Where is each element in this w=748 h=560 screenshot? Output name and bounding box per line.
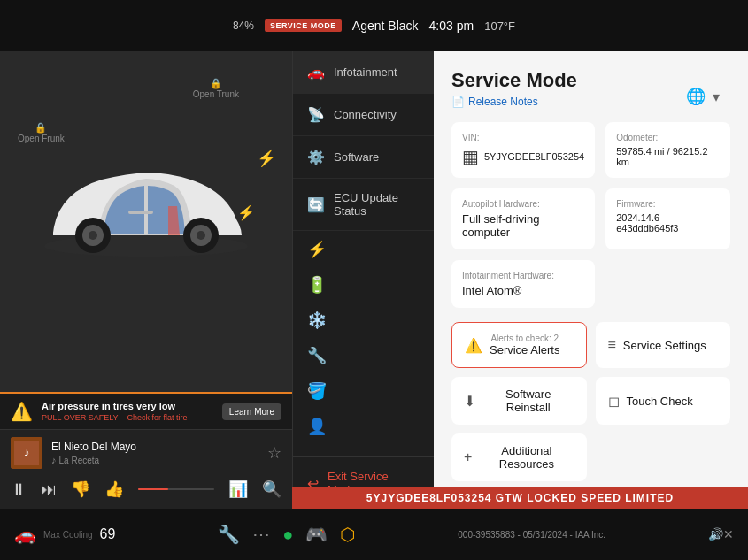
- firmware-label: Firmware:: [616, 199, 720, 209]
- vin-card: VIN: ▦ 5YJYGDEE8LF053254: [451, 122, 595, 178]
- progress-fill: [138, 488, 168, 490]
- autopilot-value: Full self-driving computer: [462, 212, 584, 239]
- chevron-down-icon[interactable]: ▾: [713, 88, 720, 105]
- play-pause-button[interactable]: ⏸: [11, 480, 27, 499]
- car-icon: 🚗: [14, 524, 36, 545]
- song-title: El Nieto Del Mayo: [51, 441, 258, 453]
- tools-icon[interactable]: 🔧: [218, 524, 240, 545]
- svg-point-6: [197, 231, 205, 240]
- vin-label: VIN:: [462, 133, 584, 142]
- touch-icon: ◻: [608, 393, 620, 410]
- open-trunk-label[interactable]: 🔒 Open Trunk: [193, 78, 239, 99]
- nav-item-infotainment[interactable]: 🚗 Infotainment: [293, 51, 434, 94]
- infotainment-hw-label: Infotainment Hardware:: [462, 271, 584, 280]
- person-nav-icon[interactable]: 👤: [307, 417, 420, 436]
- qr-icon: ▦: [462, 146, 479, 167]
- spotify-icon[interactable]: ●: [282, 525, 293, 545]
- nav-label-connectivity: Connectivity: [334, 108, 397, 121]
- menu-icon[interactable]: ⋯: [252, 524, 270, 545]
- alerts-badge: Alerts to check: 2: [490, 334, 559, 343]
- lightning-nav-icon[interactable]: ⚡: [307, 240, 420, 259]
- progress-bar[interactable]: [138, 488, 214, 490]
- service-alerts-label: Service Alerts: [490, 343, 559, 357]
- svg-point-3: [89, 231, 97, 240]
- album-art: ♪: [11, 437, 42, 469]
- vehicle-image: ⚡: [31, 140, 261, 281]
- infotainment-hw-value: Intel Atom®: [462, 284, 584, 297]
- alert-icon: ⚠️: [11, 401, 33, 422]
- bottom-info: 000-39535883 - 05/31/2024 - IAA Inc.: [458, 530, 605, 540]
- thumbs-down-button[interactable]: 👎: [71, 479, 90, 499]
- info-grid: VIN: ▦ 5YJYGDEE8LF053254 Odometer: 59785…: [451, 122, 730, 308]
- touch-check-button[interactable]: ◻ Touch Check: [596, 377, 731, 425]
- odometer-value: 59785.4 mi / 96215.2 km: [616, 146, 720, 167]
- wrench-nav-icon[interactable]: 🔧: [307, 346, 420, 365]
- bottom-left: 🚗 Max Cooling 69: [14, 524, 115, 545]
- nav-item-connectivity[interactable]: 📡 Connectivity: [293, 94, 434, 136]
- open-frunk-label[interactable]: 🔒 Open Frunk: [18, 122, 65, 143]
- nav-item-ecu[interactable]: 🔄 ECU Update Status: [293, 179, 434, 231]
- odometer-card: Odometer: 59785.4 mi / 96215.2 km: [605, 122, 730, 178]
- battery-display: 84%: [233, 19, 254, 32]
- svg-text:⚡: ⚡: [237, 204, 255, 221]
- alert-subtitle: PULL OVER SAFELY – Check for flat tire: [42, 413, 213, 422]
- learn-more-button[interactable]: Learn More: [222, 403, 281, 420]
- nav-label-infotainment: Infotainment: [334, 65, 397, 79]
- svg-text:♪: ♪: [24, 445, 30, 459]
- nav-label-ecu: ECU Update Status: [334, 191, 420, 218]
- additional-resources-button[interactable]: + Additional Resources: [451, 433, 587, 481]
- game-icon[interactable]: 🎮: [305, 524, 328, 545]
- music-player: ♪ El Nieto Del Mayo ♪ La Receta ☆ ⏸ ⏭ 👎 …: [0, 429, 292, 509]
- software-icon: ⚙️: [307, 149, 325, 165]
- bottom-bar: 🚗 Max Cooling 69 🔧 ⋯ ● 🎮 ⬡ 000-39535883 …: [0, 509, 748, 560]
- nav-label-software: Software: [334, 150, 379, 164]
- software-reinstall-label: Software Reinstall: [482, 387, 574, 414]
- vin-value: 5YJYGDEE8LF053254: [484, 151, 584, 162]
- temp-display: 107°F: [484, 19, 515, 33]
- nav-item-software[interactable]: ⚙️ Software: [293, 136, 434, 179]
- music-info-text: El Nieto Del Mayo ♪ La Receta: [51, 441, 258, 465]
- gtw-bar: 5YJYGDEE8LF053254 GTW LOCKED SPEED LIMIT…: [292, 487, 748, 509]
- software-reinstall-button[interactable]: ⬇ Software Reinstall: [451, 377, 587, 425]
- odometer-label: Odometer:: [616, 133, 720, 142]
- service-alerts-button[interactable]: ⚠️ Alerts to check: 2 Service Alerts: [451, 322, 587, 368]
- firmware-card: Firmware: 2024.14.6 e43dddb645f3: [605, 188, 730, 249]
- car-area: 🔒 Open Trunk 🔒 Open Frunk: [0, 51, 292, 370]
- time-display: 4:03 pm: [429, 19, 474, 33]
- snowflake-nav-icon[interactable]: ❄️: [307, 311, 420, 330]
- battery-nav-icon[interactable]: 🔋: [307, 275, 420, 295]
- settings-icon: ≡: [608, 337, 616, 353]
- firmware-value: 2024.14.6 e43dddb645f3: [616, 212, 720, 234]
- alert-bar: ⚠️ Air pressure in tires very low PULL O…: [0, 392, 292, 429]
- puzzle-icon[interactable]: ⬡: [340, 524, 355, 545]
- touch-check-label: Touch Check: [627, 395, 693, 408]
- right-panel: Service Mode 🌐 ▾ 📄 Release Notes VIN: ▦ …: [434, 51, 748, 509]
- status-bar: 84% SERVICE MODE Agent Black 4:03 pm 107…: [0, 0, 748, 51]
- bottom-icons: 🔧 ⋯ ● 🎮 ⬡: [218, 524, 355, 545]
- left-panel: 🔒 Open Trunk 🔒 Open Frunk: [0, 51, 292, 509]
- ecu-icon: 🔄: [307, 196, 325, 213]
- volume-control[interactable]: 🔊✕: [708, 527, 734, 541]
- autopilot-card: Autopilot Hardware: Full self-driving co…: [451, 188, 595, 249]
- bucket-nav-icon[interactable]: 🪣: [307, 381, 420, 401]
- download-icon: ⬇: [464, 393, 475, 410]
- alert-title: Air pressure in tires very low: [42, 401, 213, 411]
- infotainment-icon: 🚗: [307, 64, 325, 81]
- service-settings-button[interactable]: ≡ Service Settings: [596, 322, 731, 368]
- infotainment-hw-card: Infotainment Hardware: Intel Atom®: [451, 260, 595, 308]
- equalizer-button[interactable]: 📊: [228, 479, 248, 499]
- connectivity-icon: 📡: [307, 106, 325, 123]
- alert-text: Air pressure in tires very low PULL OVER…: [42, 401, 213, 422]
- translate-icon[interactable]: 🌐: [686, 87, 706, 106]
- favorite-button[interactable]: ☆: [267, 443, 281, 463]
- thumbs-up-button[interactable]: 👍: [104, 479, 124, 499]
- nav-panel: 🚗 Infotainment 📡 Connectivity ⚙️ Softwar…: [292, 51, 434, 509]
- plus-icon: +: [464, 449, 472, 465]
- action-buttons: ⚠️ Alerts to check: 2 Service Alerts ≡ S…: [451, 322, 730, 481]
- service-settings-label: Service Settings: [623, 339, 706, 352]
- temp-value: 69: [100, 526, 116, 542]
- next-button[interactable]: ⏭: [41, 480, 57, 499]
- temp-label: Max Cooling: [43, 530, 93, 540]
- search-button[interactable]: 🔍: [262, 479, 281, 499]
- profile-name: Agent Black: [352, 19, 419, 33]
